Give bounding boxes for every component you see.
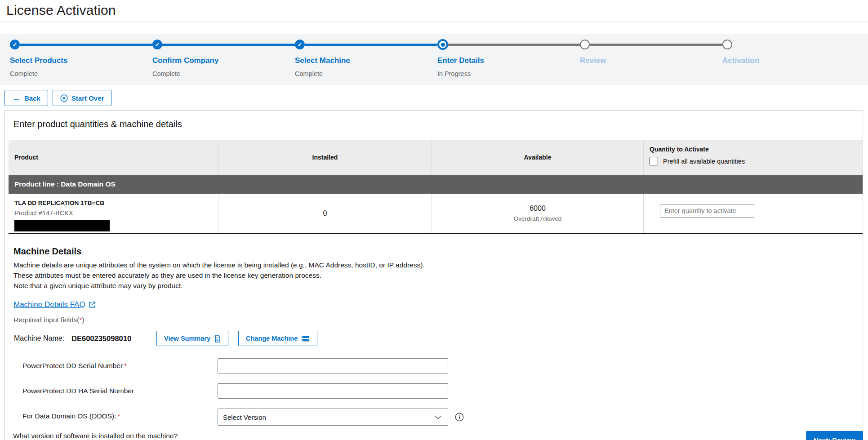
page-title: License Activation [6, 3, 868, 18]
chevron-down-icon [435, 415, 441, 419]
content-panel: Enter product quantities & machine detai… [4, 110, 863, 440]
step-review: Review [580, 39, 722, 78]
dd-serial-input[interactable] [218, 358, 448, 373]
step-status [722, 70, 865, 78]
quantity-cell [643, 194, 863, 233]
step-status [580, 70, 722, 78]
step-select-products[interactable]: ✓ Select Products Complete [10, 39, 152, 78]
dd-ha-serial-input[interactable] [218, 383, 448, 399]
ddos-version-control: Select Version [218, 409, 863, 426]
step-confirm-company[interactable]: ✓ Confirm Company Complete [152, 39, 295, 78]
machine-details-heading: Machine Details [13, 246, 863, 257]
step-status: Complete [10, 70, 152, 78]
step-label: Select Products [10, 56, 152, 65]
step-future-icon [722, 40, 732, 49]
installed-cell: 0 [218, 194, 432, 233]
available-cell: 6000 Overdraft Allowed [432, 194, 643, 233]
redacted-bar [14, 220, 110, 231]
form-row-dd-ha-serial: PowerProtect DD HA Serial Number [5, 383, 863, 399]
step-connector [305, 44, 437, 46]
start-over-button[interactable]: Start Over [53, 90, 112, 106]
col-product: Product [9, 140, 218, 175]
description-line: Machine details are unique attributes of… [13, 260, 863, 270]
step-connector [20, 44, 152, 46]
info-icon[interactable] [455, 413, 464, 422]
ddos-version-select[interactable]: Select Version [218, 409, 448, 426]
machine-name-value: DE600235098010 [71, 334, 131, 343]
progress-stepper: ✓ Select Products Complete ✓ Confirm Com… [0, 34, 868, 85]
quantity-input[interactable] [660, 204, 754, 218]
step-status: Complete [152, 70, 295, 78]
step-select-machine[interactable]: ✓ Select Machine Complete [295, 39, 437, 78]
product-table: Product Installed Available Quantity to … [9, 140, 863, 234]
document-icon [214, 335, 221, 342]
form-row-ddos-version: For Data Domain OS (DDOS):* Select Versi… [5, 409, 863, 440]
dd-serial-label: PowerProtect DD Serial Number* [5, 358, 218, 370]
machine-name-row: Machine Name: DE600235098010 View Summar… [14, 331, 863, 346]
available-value: 6000 [530, 204, 546, 213]
field-label-text: For Data Domain OS (DDOS): [22, 412, 116, 420]
title-divider [0, 22, 868, 22]
step-label: Select Machine [295, 56, 437, 65]
machine-details-form: PowerProtect DD Serial Number* PowerProt… [5, 358, 863, 440]
step-connector [162, 44, 295, 46]
start-over-label: Start Over [71, 94, 104, 102]
back-button[interactable]: ← Back [4, 90, 48, 106]
prefill-row: Prefill all available quantities [650, 157, 863, 165]
step-current-icon [437, 39, 448, 50]
step-complete-icon: ✓ [152, 40, 162, 49]
back-arrow-icon: ← [12, 94, 21, 102]
required-asterisk: * [117, 412, 120, 420]
col-installed: Installed [218, 140, 432, 175]
required-fields-note: Required input fields(*) [13, 316, 863, 324]
quantity-col-label: Quantity to Activate [650, 146, 863, 153]
step-label: Enter Details [437, 56, 580, 65]
prefill-label: Prefill all available quantities [663, 158, 745, 165]
toolbar: ← Back Start Over [4, 90, 868, 106]
required-asterisk: * [124, 362, 127, 369]
faq-row: Machine Details FAQ [13, 300, 863, 309]
step-complete-icon: ✓ [295, 40, 305, 49]
view-summary-button[interactable]: View Summary [156, 331, 228, 346]
check-icon: ✓ [298, 41, 303, 48]
next-review-button[interactable]: Next: Review [806, 431, 863, 440]
machine-details-description: Machine details are unique attributes of… [13, 260, 863, 291]
step-connector [448, 44, 580, 46]
overdraft-note: Overdraft Allowed [514, 215, 562, 222]
ddos-version-label: For Data Domain OS (DDOS):* [5, 409, 218, 420]
check-icon: ✓ [155, 41, 160, 48]
step-label: Activation [722, 56, 865, 65]
license-activation-page: License Activation ✓ Select Products Com… [0, 0, 868, 440]
check-icon: ✓ [13, 41, 18, 48]
table-row: TLA DD REPLICATION 1TB=CB Product #147-B… [9, 194, 863, 234]
server-icon [301, 335, 310, 342]
start-over-icon [60, 94, 68, 102]
back-button-label: Back [24, 94, 40, 102]
prefill-checkbox[interactable] [650, 157, 658, 165]
machine-details-faq-link[interactable]: Machine Details FAQ [13, 300, 85, 309]
product-cell: TLA DD REPLICATION 1TB=CB Product #147-B… [9, 194, 218, 233]
col-quantity: Quantity to Activate Prefill all availab… [643, 140, 863, 175]
ddos-version-help: What version of software is installed on… [5, 426, 218, 440]
step-future-icon [580, 40, 590, 49]
field-label-text: PowerProtect DD HA Serial Number [22, 387, 134, 395]
step-status: Complete [295, 70, 437, 78]
change-machine-button[interactable]: Change Machine [238, 331, 317, 346]
step-complete-icon: ✓ [10, 40, 20, 49]
current-dot [441, 43, 445, 47]
step-connector [590, 44, 722, 46]
description-line: Note that a given unique attribute may v… [13, 280, 863, 291]
required-note-close: ) [82, 316, 85, 324]
product-line-band: Product line : Data Domain OS [9, 175, 863, 194]
step-activation: Activation [722, 39, 865, 78]
product-number: Product #147-BCKX [14, 209, 218, 217]
table-header: Product Installed Available Quantity to … [9, 140, 863, 175]
step-status: In Progress [437, 70, 580, 78]
quantities-heading: Enter product quantities & machine detai… [13, 119, 863, 129]
view-summary-label: View Summary [164, 335, 210, 342]
description-line: These attributes must be entered accurat… [13, 270, 863, 280]
machine-name-label: Machine Name: [14, 334, 64, 342]
change-machine-label: Change Machine [246, 335, 298, 342]
external-link-icon [88, 301, 96, 309]
step-enter-details[interactable]: Enter Details In Progress [437, 39, 580, 78]
